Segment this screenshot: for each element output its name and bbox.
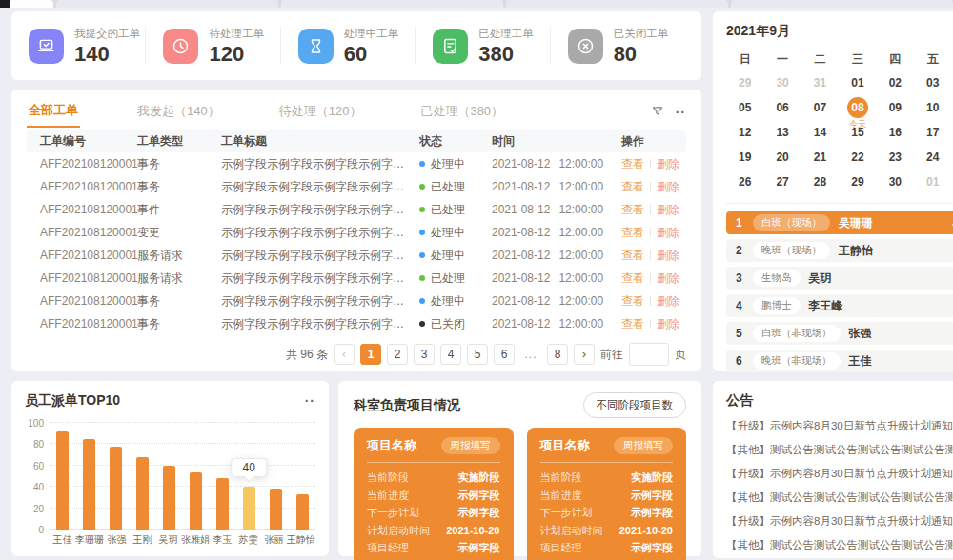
calendar-day[interactable]: 27 [763, 170, 801, 194]
column-header: 操作 [618, 133, 686, 150]
calendar-day[interactable]: 07 [801, 95, 839, 120]
calendar-day[interactable]: 05 [726, 95, 763, 120]
page-button[interactable]: 4 [440, 344, 461, 365]
calendar-day[interactable]: 17 [914, 120, 951, 145]
browser-tab[interactable] [0, 0, 10, 8]
more-icon[interactable]: ·· [305, 394, 315, 408]
more-icon[interactable]: ·· [676, 106, 686, 119]
calendar-day[interactable]: 14 [801, 120, 839, 145]
calendar-day[interactable]: 13 [763, 120, 801, 145]
prev-page-button[interactable]: ‹ [334, 344, 355, 365]
announcement-item[interactable]: 【其他】测试公告测试公告测试公告测试公告测试公告 [726, 439, 953, 461]
calendar-day[interactable]: 22 [839, 145, 876, 170]
browser-tab[interactable] [281, 0, 503, 8]
shift-row[interactable]: 5白班（非现场）张强 [726, 322, 953, 345]
calendar-day[interactable]: 15 [839, 120, 876, 145]
calendar-day[interactable]: 12 [726, 120, 763, 145]
shift-row[interactable]: 6晚班（非现场）王佳 [726, 350, 953, 372]
calendar-day[interactable]: 24 [914, 145, 951, 170]
delete-link[interactable]: 删除 [657, 226, 679, 239]
tab-my-initiated[interactable]: 我发起（140） [135, 99, 222, 127]
calendar-day[interactable]: 20 [763, 145, 801, 170]
bar[interactable] [270, 489, 282, 530]
bar[interactable] [190, 472, 202, 530]
browser-tab[interactable] [56, 0, 278, 8]
tab-pending[interactable]: 待处理（120） [277, 99, 364, 127]
page-button[interactable]: 2 [387, 344, 408, 365]
calendar-day[interactable]: 29 [839, 170, 876, 194]
shift-name: 王静怡 [839, 243, 873, 259]
delete-link[interactable]: 删除 [657, 180, 679, 193]
view-link[interactable]: 查看 [621, 249, 644, 262]
view-link[interactable]: 查看 [621, 294, 644, 308]
page-button[interactable]: 6 [494, 344, 515, 365]
order-id: AFF202108120001 [27, 249, 133, 262]
bar[interactable] [243, 487, 255, 530]
calendar-day[interactable]: 29 [726, 70, 763, 95]
calendar-day[interactable]: 10 [914, 95, 951, 120]
view-link[interactable]: 查看 [621, 317, 644, 330]
page-button[interactable]: 3 [414, 344, 435, 365]
view-link[interactable]: 查看 [621, 157, 644, 170]
stage-count-button[interactable]: 不同阶段项目数 [583, 392, 687, 418]
calendar-day[interactable]: 01 [839, 70, 876, 95]
shift-row[interactable]: 1白班（现场）吴珊珊 [726, 211, 953, 234]
order-time: 2021-08-1212:00:00 [488, 226, 618, 239]
shift-row[interactable]: 3生物岛吴玥 [726, 267, 953, 290]
delete-link[interactable]: 删除 [657, 203, 679, 216]
page-button[interactable]: 1 [360, 344, 381, 365]
weekly-report-badge[interactable]: 周报填写 [441, 437, 500, 454]
delete-link[interactable]: 删除 [657, 294, 679, 308]
calendar-day[interactable]: 03 [914, 70, 951, 95]
browser-tab[interactable] [506, 0, 728, 8]
view-link[interactable]: 查看 [621, 180, 644, 193]
announcement-item[interactable]: 【升级】示例内容8月30日新节点升级计划通知 [726, 510, 953, 532]
bar[interactable] [83, 439, 95, 530]
page-button[interactable]: 8 [547, 344, 568, 365]
calendar-day[interactable]: 02 [877, 70, 914, 95]
next-page-button[interactable]: › [574, 344, 595, 365]
calendar-day[interactable]: 31 [801, 70, 839, 95]
calendar-day-today[interactable]: 08今天 [839, 95, 876, 120]
view-link[interactable]: 查看 [621, 226, 644, 239]
view-link[interactable]: 查看 [621, 203, 644, 216]
bar[interactable] [216, 478, 229, 530]
page-ellipsis[interactable]: ... [520, 344, 541, 365]
calendar-day[interactable]: 26 [726, 170, 763, 194]
delete-link[interactable]: 删除 [657, 157, 679, 170]
filter-icon[interactable] [651, 105, 664, 121]
weekly-report-badge[interactable]: 周报填写 [614, 437, 673, 454]
calendar-day[interactable]: 01 [914, 170, 951, 194]
view-link[interactable]: 查看 [621, 271, 644, 285]
bar[interactable] [163, 466, 175, 530]
goto-page-input[interactable] [629, 343, 669, 366]
delete-link[interactable]: 删除 [657, 249, 679, 262]
calendar-day[interactable]: 23 [877, 145, 914, 170]
bar[interactable] [56, 431, 69, 530]
browser-tab[interactable] [731, 0, 953, 8]
tab-all-orders[interactable]: 全部工单 [27, 98, 80, 128]
announcement-item[interactable]: 【其他】测试公告测试公告测试公告测试公告测试公告 [726, 487, 953, 509]
calendar-day[interactable]: 30 [763, 70, 801, 95]
tab-processed[interactable]: 已处理（380） [418, 99, 505, 127]
browser-tab-active[interactable] [10, 0, 53, 8]
announcement-item[interactable]: 【升级】示例内容8月30日新节点升级计划通知 [726, 463, 953, 485]
bar[interactable] [136, 457, 149, 530]
shift-row[interactable]: 2晚班（现场）王静怡 [726, 239, 953, 262]
calendar-day[interactable]: 09 [877, 95, 914, 120]
calendar-day[interactable]: 28 [801, 170, 839, 194]
delete-link[interactable]: 删除 [657, 317, 679, 330]
bar[interactable] [110, 447, 122, 530]
page-button[interactable]: 5 [467, 344, 488, 365]
calendar-day[interactable]: 21 [801, 145, 839, 170]
delete-link[interactable]: 删除 [657, 271, 679, 285]
shift-row[interactable]: 4鹏博士李王峰 [726, 294, 953, 317]
calendar-day[interactable]: 06 [763, 95, 801, 120]
announcement-item[interactable]: 【其他】测试公告测试公告测试公告测试公告测试公告 [726, 534, 953, 556]
calendar-day[interactable]: 30 [877, 170, 914, 194]
x-tick-label: 张丽 [261, 533, 287, 547]
announcement-item[interactable]: 【升级】示例内容8月30日新节点升级计划通知 [726, 415, 953, 437]
calendar-day[interactable]: 16 [877, 120, 914, 145]
calendar-day[interactable]: 19 [726, 145, 763, 170]
bar[interactable] [296, 494, 309, 530]
